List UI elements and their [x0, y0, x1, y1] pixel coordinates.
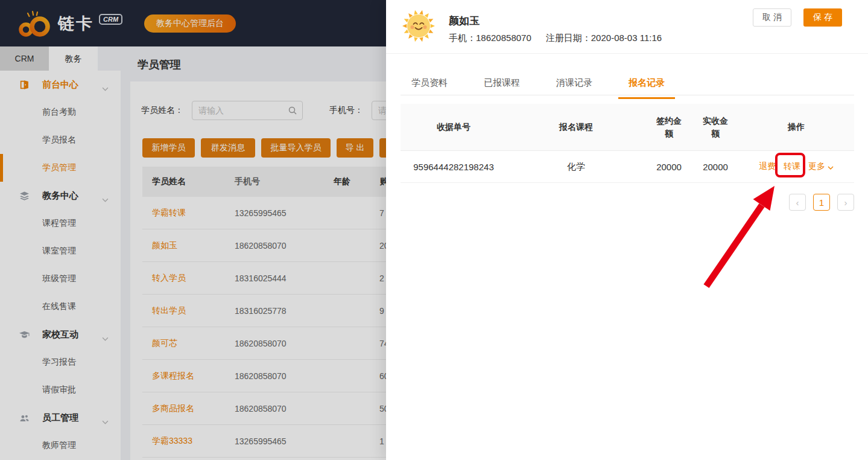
- records-column-header: 实收金额: [692, 115, 738, 140]
- student-detail-drawer: 颜如玉 手机：18620858070注册日期：2020-08-03 11:16 …: [386, 0, 868, 460]
- records-column-header: 报名课程: [507, 122, 645, 133]
- drawer-tabs: 学员资料已报课程消课记录报名记录: [411, 75, 665, 95]
- tab-enrollment-records[interactable]: 报名记录: [629, 75, 665, 95]
- page-1-button[interactable]: 1: [813, 194, 830, 211]
- save-button[interactable]: 保 存: [803, 8, 842, 27]
- records-column-header: 操作: [738, 122, 854, 133]
- prev-page-button[interactable]: ‹: [789, 194, 806, 211]
- phone-label: 手机：: [449, 33, 476, 43]
- student-info-line: 手机：18620858070注册日期：2020-08-03 11:16: [449, 33, 662, 44]
- records-column-header: 收据单号: [401, 122, 507, 133]
- received-amount-cell: 20000: [692, 162, 738, 172]
- header-divider: [386, 53, 868, 54]
- records-table-header: 收据单号报名课程签约金额实收金额操作: [401, 104, 854, 151]
- student-name: 颜如玉: [449, 14, 480, 28]
- refund-link[interactable]: 退费: [759, 161, 776, 172]
- tab-lesson-consumption[interactable]: 消课记录: [556, 75, 592, 95]
- records-column-header: 签约金额: [645, 115, 692, 140]
- row-actions: 退费转课更多: [738, 161, 854, 172]
- signed-amount-cell: 20000: [645, 162, 692, 172]
- chevron-down-icon: [828, 162, 834, 171]
- cancel-button[interactable]: 取 消: [753, 8, 791, 27]
- enrollment-records-table: 收据单号报名课程签约金额实收金额操作 9596444282198243 化学 2…: [401, 104, 854, 183]
- tabs-divider: [401, 95, 854, 95]
- more-link[interactable]: 更多: [808, 161, 834, 172]
- tab-enrolled-courses[interactable]: 已报课程: [484, 75, 520, 95]
- sun-avatar-icon: [402, 9, 436, 43]
- transfer-course-link[interactable]: 转课: [784, 161, 800, 172]
- register-date-value: 2020-08-03 11:16: [591, 33, 662, 43]
- pagination: ‹ 1 ›: [789, 194, 854, 211]
- register-date-label: 注册日期：: [546, 33, 591, 43]
- course-cell: 化学: [507, 161, 645, 173]
- avatar: [402, 9, 436, 43]
- next-page-button[interactable]: ›: [837, 194, 854, 211]
- record-row: 9596444282198243 化学 20000 20000 退费转课更多: [401, 151, 854, 183]
- tab-student-profile[interactable]: 学员资料: [411, 75, 448, 95]
- phone-value: 18620858070: [476, 33, 531, 43]
- receipt-no-cell: 9596444282198243: [401, 162, 507, 172]
